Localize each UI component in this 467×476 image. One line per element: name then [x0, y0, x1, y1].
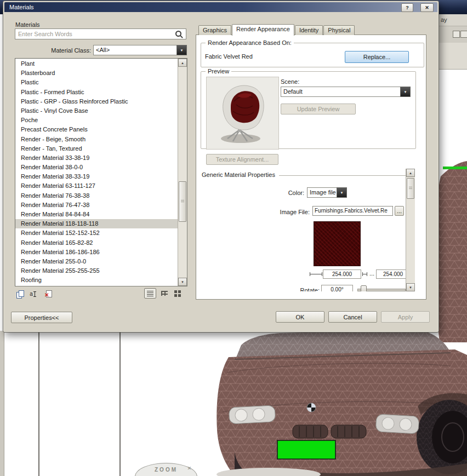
cancel-button[interactable]: Cancel	[328, 311, 377, 323]
zoom-tooltip-close-icon[interactable]: ✕	[187, 466, 191, 471]
material-search	[15, 28, 186, 39]
materials-list-items: PlantPlasterboardPlasticPlastic - Formed…	[15, 59, 178, 286]
chevron-down-icon[interactable]	[400, 87, 411, 97]
color-mode-value: Image file	[307, 187, 337, 198]
chair-preview-render	[207, 77, 277, 148]
window-cascade-icon[interactable]	[460, 31, 467, 38]
material-list-item[interactable]: Plasterboard	[15, 68, 178, 78]
view-list-button[interactable]	[144, 288, 156, 299]
color-label: Color:	[271, 190, 304, 196]
close-button[interactable]: ✕	[420, 3, 434, 12]
tab-identity[interactable]: Identity	[295, 25, 323, 35]
scroll-up-icon[interactable]	[406, 169, 415, 177]
window-tile-icon[interactable]	[453, 31, 460, 38]
reference-line	[443, 167, 467, 169]
dialog-title: Materials	[9, 4, 34, 10]
materials-group-label: Materials	[15, 21, 40, 28]
tab-strip: GraphicsRender AppearanceIdentityPhysica…	[198, 25, 355, 35]
grid-line	[38, 332, 39, 476]
view-small-icons-button[interactable]	[158, 288, 170, 299]
tab-render-appearance[interactable]: Render Appearance	[232, 24, 294, 36]
duplicate-icon	[16, 290, 24, 297]
dimension-line	[362, 274, 367, 274]
material-list-item[interactable]: Render Material 255-0-0	[15, 257, 178, 266]
replace-button[interactable]: Replace...	[345, 51, 409, 63]
material-list-item[interactable]: Render Material 38-0-0	[15, 163, 178, 172]
browse-image-button[interactable]: ...	[395, 206, 404, 216]
delete-material-button[interactable]: ✕	[43, 289, 54, 299]
properties-toggle-button[interactable]: Properties<<	[11, 312, 72, 323]
color-mode-select[interactable]: Image file	[307, 187, 347, 198]
material-list-item[interactable]: Render Material 33-38-19	[15, 153, 178, 163]
ribbon-text-fragment: ay	[441, 16, 447, 23]
material-list-item[interactable]: Render - Beige, Smooth	[15, 135, 178, 144]
zoom-tooltip: ZOOM ✕	[135, 463, 197, 476]
duplicate-material-button[interactable]	[14, 289, 25, 299]
apply-button[interactable]: Apply	[381, 311, 430, 323]
material-list-item[interactable]: Render Material 255-255-255	[15, 266, 178, 276]
material-list-item[interactable]: Plant	[15, 59, 178, 68]
search-icon[interactable]	[175, 31, 181, 37]
rotate-slider-handle[interactable]	[361, 285, 367, 291]
scrollbar-thumb[interactable]	[407, 178, 414, 199]
list-view-icon	[147, 291, 153, 296]
material-list-item[interactable]: Plastic - Vinyl Cove Base	[15, 106, 178, 116]
material-list-item[interactable]: Render Material 76-47-38	[15, 200, 178, 210]
update-preview-button[interactable]: Update Preview	[281, 104, 356, 114]
material-class-select[interactable]: <All>	[93, 45, 187, 55]
small-icons-view-icon	[161, 291, 168, 296]
chevron-down-icon[interactable]	[337, 187, 347, 198]
scene-select[interactable]: Default	[281, 87, 411, 97]
texture-height-field[interactable]: 254.000	[376, 269, 406, 279]
material-search-input[interactable]	[15, 28, 186, 39]
material-list-item[interactable]: Render Material 165-82-82	[15, 238, 178, 248]
material-list-item[interactable]: Render Material 63-111-127	[15, 181, 178, 191]
materials-list[interactable]: PlantPlasterboardPlasticPlastic - Formed…	[15, 58, 187, 286]
image-file-label: Image File:	[266, 209, 310, 215]
material-list-item[interactable]: Render Material 84-84-84	[15, 210, 178, 219]
material-class-value: <All>	[93, 45, 176, 55]
ok-button[interactable]: OK	[276, 311, 324, 323]
left-headlight	[229, 405, 275, 424]
scrollbar-thumb[interactable]	[179, 181, 186, 222]
texture-swatch[interactable]	[314, 221, 361, 266]
material-list-item[interactable]: Render Material 118-118-118	[15, 219, 178, 228]
material-list-item[interactable]: Poche	[15, 116, 178, 125]
right-headlight	[375, 414, 419, 434]
material-list-item[interactable]: Plastic - Formed Plastic	[15, 88, 178, 97]
large-icons-view-icon	[174, 290, 181, 297]
texture-alignment-button[interactable]: Texture Alignment...	[206, 154, 278, 165]
properties-scrollbar[interactable]	[406, 169, 415, 291]
rotate-field[interactable]: 0.00°	[321, 285, 353, 291]
render-appearance-tabpage: Render Appearance Based On: Fabric Velve…	[196, 35, 426, 300]
hood-emblem	[307, 403, 316, 412]
image-file-field[interactable]: Furnishings.Fabrics.Velvet.Re	[312, 206, 393, 216]
screen: ZOOM ✕ ay Materials ? ✕ Materials Materi…	[0, 0, 467, 476]
materials-list-scrollbar[interactable]	[178, 59, 187, 286]
view-large-icons-button[interactable]	[172, 288, 184, 299]
rename-icon: a	[30, 291, 37, 297]
tab-physical[interactable]: Physical	[323, 25, 355, 35]
material-list-item[interactable]: Render Material 76-38-38	[15, 191, 178, 200]
material-list-item[interactable]: Render Material 38-33-19	[15, 172, 178, 181]
help-button[interactable]: ?	[401, 3, 413, 12]
dialog-titlebar[interactable]: Materials ? ✕	[4, 2, 437, 12]
rename-material-button[interactable]: a	[28, 289, 39, 299]
material-preview-image	[206, 77, 279, 150]
material-list-item[interactable]: Roofing	[15, 276, 178, 285]
scroll-down-icon[interactable]	[178, 278, 187, 286]
scroll-down-icon[interactable]	[406, 283, 415, 291]
scroll-up-icon[interactable]	[178, 59, 187, 67]
material-list-item[interactable]: Render Material 186-186-186	[15, 248, 178, 257]
texture-width-field[interactable]: 254.000	[323, 269, 361, 279]
material-list-item[interactable]: Plastic - GRP - Glass Reinforced Plastic	[15, 97, 178, 106]
chevron-down-icon[interactable]	[176, 45, 187, 55]
material-list-item[interactable]: Render Material 152-152-152	[15, 228, 178, 238]
material-list-item[interactable]: Render - Tan, Textured	[15, 144, 178, 153]
material-list-item[interactable]: Precast Concrete Panels	[15, 125, 178, 134]
material-list-item[interactable]: Plastic	[15, 78, 178, 87]
canvas-left-edge	[0, 331, 4, 476]
tab-graphics[interactable]: Graphics	[198, 25, 231, 35]
scene-value: Default	[281, 87, 400, 97]
generic-properties-panel: Color: Image file Image File: Furnishing…	[201, 169, 406, 291]
